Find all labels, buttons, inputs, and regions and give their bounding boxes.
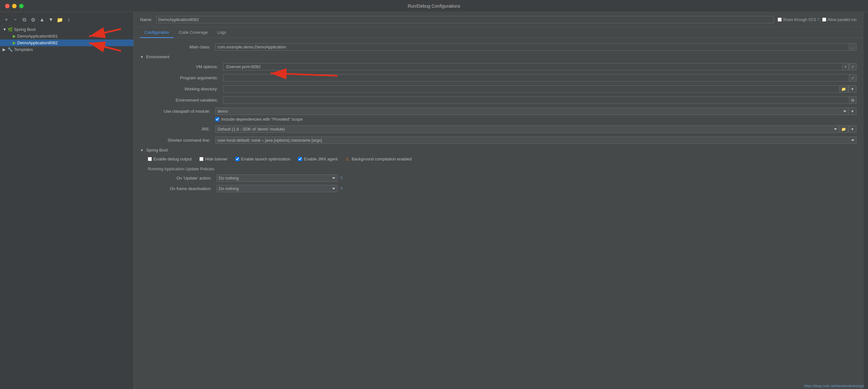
classpath-select[interactable]: demo <box>215 107 848 115</box>
copy-button[interactable]: ⧉ <box>20 16 28 24</box>
program-arguments-row: Program arguments: ⤢ <box>148 74 857 82</box>
jre-row: JRE: Default (1.8 - SDK of 'demo' module… <box>140 125 857 133</box>
main-class-label: Main class: <box>140 43 210 50</box>
include-deps-checkbox[interactable] <box>215 117 219 121</box>
share-help-icon[interactable]: ? <box>817 18 819 22</box>
environment-section-title: Environment <box>146 55 169 59</box>
on-update-select-wrap: Do nothing ? <box>217 174 857 182</box>
classpath-dropdown-button[interactable]: ▼ <box>848 107 857 115</box>
background-compilation-label: Background compilation enabled <box>351 157 412 161</box>
shorten-row: Shorten command line: user-local default… <box>140 136 857 144</box>
vm-options-fullscreen-button[interactable]: ⤢ <box>849 63 857 70</box>
templates-icon: 🔧 <box>8 47 13 52</box>
add-button[interactable]: + <box>3 16 10 24</box>
content-area: Main class: ... ▼ Environment VM options… <box>134 38 863 389</box>
jre-label: JRE: <box>140 125 210 131</box>
hide-banner-checkbox[interactable] <box>199 157 204 161</box>
shorten-select[interactable]: user-local default: none – java [options… <box>215 136 857 144</box>
share-vcs-checkbox[interactable] <box>778 18 782 22</box>
allow-parallel-row: Allow parallel run <box>822 18 857 22</box>
sidebar-toolbar: + − ⧉ ⚙ ▲ ▼ 📁 ↕ <box>0 14 133 25</box>
titlebar: Run/Debug Configurations <box>0 0 868 12</box>
working-directory-input[interactable] <box>223 85 839 93</box>
close-button[interactable] <box>5 4 9 8</box>
program-arguments-input-row: ⤢ <box>223 74 857 82</box>
enable-debug-label: Enable debug output <box>153 157 192 161</box>
right-strip <box>863 12 868 389</box>
tab-code-coverage[interactable]: Code Coverage <box>174 27 212 38</box>
enable-jmx-option: Enable JMX agent <box>298 157 338 161</box>
app2-run-icon: ▶ <box>13 40 16 45</box>
name-input[interactable] <box>156 16 774 23</box>
vm-options-row: VM options: + ⤢ <box>148 63 857 70</box>
jre-dropdown-button[interactable]: ▼ <box>848 125 857 133</box>
folder-button[interactable]: 📁 <box>56 16 64 24</box>
background-compilation-option: ⚠ Background compilation enabled <box>345 156 412 161</box>
tree-app1[interactable]: ▶ DemoApplication8081 <box>0 33 133 39</box>
working-directory-browse-button[interactable]: 📁 <box>839 85 848 93</box>
sort-button[interactable]: ↕ <box>65 16 72 24</box>
enable-jmx-checkbox[interactable] <box>298 157 302 161</box>
env-variables-label: Environment variables: <box>148 96 218 102</box>
working-directory-dropdown-button[interactable]: ▼ <box>848 85 857 93</box>
shorten-control: user-local default: none – java [options… <box>215 136 857 144</box>
on-update-select[interactable]: Do nothing <box>217 174 338 182</box>
vm-options-label: VM options: <box>148 63 218 69</box>
springboot-icon: 🌿 <box>8 27 13 32</box>
tab-configuration[interactable]: Configuration <box>140 27 174 38</box>
templates-arrow-icon: ▶ <box>3 47 8 52</box>
on-frame-select[interactable]: Do nothing <box>217 185 338 192</box>
main-class-input-row: ... <box>215 43 857 51</box>
settings-button[interactable]: ⚙ <box>29 16 37 24</box>
program-arguments-input[interactable] <box>223 74 849 82</box>
env-variables-browse-button[interactable]: ⊞ <box>849 96 857 104</box>
springboot-collapse-icon[interactable]: ▼ <box>140 148 144 152</box>
move-up-button[interactable]: ▲ <box>38 16 46 24</box>
tree-springboot[interactable]: ▼ 🌿 Spring Boot <box>0 26 133 33</box>
window-title: Run/Debug Configurations <box>408 3 460 9</box>
minimize-button[interactable] <box>12 4 17 8</box>
springboot-section-title: Spring Boot <box>146 148 168 153</box>
environment-section-header: ▼ Environment <box>140 55 857 59</box>
remove-button[interactable]: − <box>11 16 19 24</box>
maximize-button[interactable] <box>19 4 24 8</box>
allow-parallel-checkbox[interactable] <box>822 18 826 22</box>
tree-app2[interactable]: ▶ DemoApplication8082 <box>0 39 133 46</box>
on-update-row: On 'Update' action: Do nothing ? <box>148 174 857 182</box>
tab-logs[interactable]: Logs <box>213 27 230 38</box>
classpath-row: Use classpath of module: demo ▼ Include … <box>140 107 857 122</box>
on-update-help-icon[interactable]: ? <box>340 176 343 181</box>
working-directory-control: 📁 ▼ <box>223 85 857 93</box>
on-frame-label: On frame deactivation: <box>148 186 211 191</box>
main-class-input[interactable] <box>215 43 849 51</box>
policies-title: Running Application Update Policies <box>148 166 857 171</box>
main-class-browse-button[interactable]: ... <box>849 43 857 51</box>
vm-options-input[interactable] <box>223 63 842 70</box>
enable-launch-checkbox[interactable] <box>235 157 240 161</box>
jre-select[interactable]: Default (1.8 - SDK of 'demo' module) <box>215 125 839 133</box>
on-frame-help-icon[interactable]: ? <box>340 186 343 191</box>
share-vcs-label: Share through VCS <box>783 18 816 22</box>
hide-banner-label: Hide banner <box>205 157 228 161</box>
working-directory-label: Working directory: <box>148 85 218 91</box>
program-arguments-fullscreen-button[interactable]: ⤢ <box>849 74 857 82</box>
enable-debug-option: Enable debug output <box>148 157 192 161</box>
tree-templates[interactable]: ▶ 🔧 Templates <box>0 46 133 53</box>
jre-browse-button[interactable]: 📁 <box>839 125 848 133</box>
on-update-label: On 'Update' action: <box>148 176 211 181</box>
bottom-bar[interactable]: https://blog.csdn.net/dandandeshangni <box>800 383 868 389</box>
working-directory-row: Working directory: 📁 ▼ <box>148 85 857 93</box>
env-variables-input[interactable] <box>223 96 849 104</box>
jre-control: Default (1.8 - SDK of 'demo' module) 📁 ▼ <box>215 125 857 133</box>
environment-section: VM options: + ⤢ Program arguments: <box>148 63 857 104</box>
springboot-label: Spring Boot <box>14 27 36 32</box>
app1-run-icon: ▶ <box>13 34 16 38</box>
main-class-row: Main class: ... <box>140 43 857 51</box>
environment-collapse-icon[interactable]: ▼ <box>140 55 144 59</box>
vm-options-expand-button[interactable]: + <box>842 63 849 70</box>
enable-launch-option: Enable launch optimization <box>235 157 290 161</box>
enable-launch-label: Enable launch optimization <box>241 157 290 161</box>
springboot-options: Enable debug output Hide banner Enable l… <box>148 156 857 161</box>
move-down-button[interactable]: ▼ <box>47 16 55 24</box>
enable-debug-checkbox[interactable] <box>148 157 152 161</box>
